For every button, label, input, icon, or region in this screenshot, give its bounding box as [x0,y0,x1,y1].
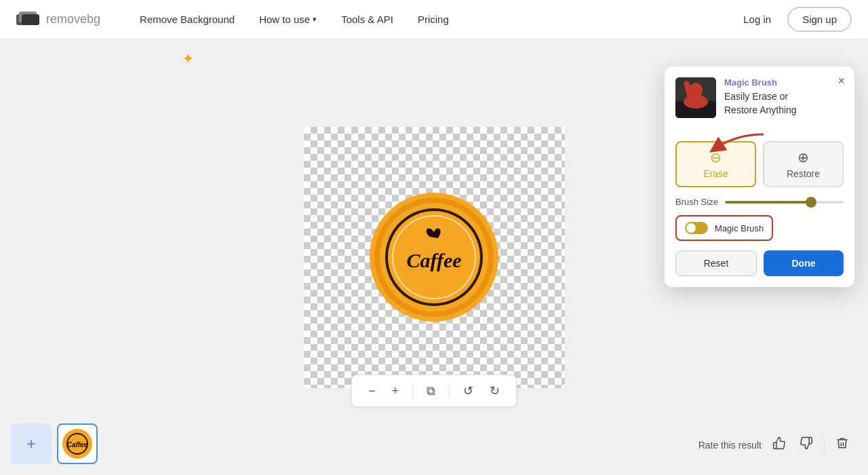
popup-header: Magic Brush Easily Erase orRestore Anyth… [675,77,844,118]
svg-text:Caffee: Caffee [406,249,461,271]
magic-brush-popup: × Magic Brush Easily Erase orRestore Any… [665,66,854,287]
coffee-logo-image: Caffee [366,189,502,325]
arrow-container [675,128,844,155]
logo-icon [16,10,41,29]
thumbnail-coffee-icon: Caffee [61,428,94,460]
popup-actions: Reset Done [675,250,844,276]
redo-button[interactable]: ↻ [484,381,505,401]
logo[interactable]: removebg [16,10,100,29]
nav-how-to-use[interactable]: How to use ▾ [247,8,329,31]
nav-actions: Log in Sign up [735,7,852,32]
chevron-down-icon: ▾ [313,15,317,24]
brush-size-row: Brush Size [675,197,844,207]
magic-brush-label: Magic Brush [715,223,764,233]
toolbar-divider-1 [412,384,413,398]
done-button[interactable]: Done [764,250,844,276]
signup-button[interactable]: Sign up [787,7,852,32]
popup-thumbnail [675,77,716,118]
popup-subtitle: Easily Erase orRestore Anything [724,90,844,117]
rate-divider [824,438,825,452]
toggle-knob [686,223,696,233]
compare-button[interactable]: ⧉ [421,381,441,401]
bottom-toolbar: − + ⧉ ↺ ↻ [351,375,517,407]
thumbs-down-icon [800,436,813,450]
nav-pricing[interactable]: Pricing [406,8,461,31]
reset-button[interactable]: Reset [675,250,757,276]
thumbs-up-button[interactable] [770,434,789,456]
logo-text: removebg [46,12,100,26]
trash-icon [835,436,849,450]
brush-size-label: Brush Size [675,197,718,207]
navbar-nav: Remove Background How to use ▾ Tools & A… [127,8,735,31]
svg-point-18 [684,95,708,109]
popup-title-section: Magic Brush Easily Erase orRestore Anyth… [724,77,844,117]
nav-remove-background[interactable]: Remove Background [127,8,247,31]
arrow-svg [696,128,777,155]
brush-size-slider[interactable] [725,201,844,204]
magic-brush-toggle[interactable] [685,222,708,234]
image-canvas[interactable]: Caffee [304,127,565,388]
add-image-button[interactable]: + [11,423,52,464]
zoom-in-button[interactable]: + [387,381,405,401]
thumbnail-image[interactable]: Caffee [57,423,98,464]
magic-brush-row: Magic Brush [675,215,773,241]
login-button[interactable]: Log in [735,10,779,29]
thumbs-down-button[interactable] [797,434,816,456]
sparkle-icon: ✦ [182,52,194,66]
undo-button[interactable]: ↺ [458,381,479,401]
popup-title: Magic Brush [724,77,844,88]
toolbar-divider-2 [449,384,450,398]
nav-tools-api[interactable]: Tools & API [329,8,406,31]
thumbs-up-icon [772,436,786,450]
svg-text:Caffee: Caffee [67,441,88,449]
portrait-image [675,77,716,118]
main-content: ✦ Caffee − [0,39,868,475]
rate-section: Rate this result [698,434,852,456]
popup-close-button[interactable]: × [837,75,845,87]
navbar: removebg Remove Background How to use ▾ … [0,0,868,39]
zoom-out-button[interactable]: − [363,381,381,401]
rate-label: Rate this result [698,440,762,451]
delete-button[interactable] [833,434,852,456]
svg-rect-2 [22,14,39,25]
